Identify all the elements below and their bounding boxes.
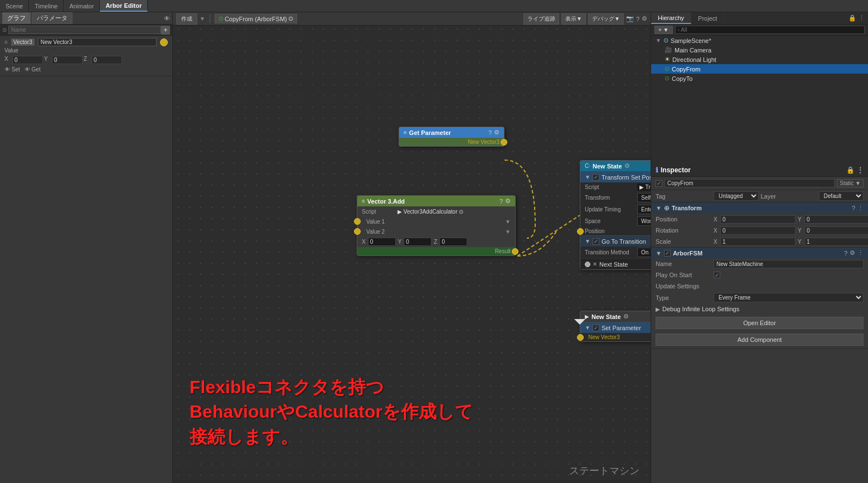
arborfsm-header[interactable]: ▼ ✓ ArborFSM ? ⚙ ⋮ <box>651 248 868 258</box>
hier-search-input[interactable] <box>675 26 865 34</box>
static-badge[interactable]: Static ▼ <box>837 179 864 187</box>
open-editor-button[interactable]: Open Editor <box>656 317 864 329</box>
tree-item-copyfrom[interactable]: ⊙ CopyFrom <box>651 64 868 74</box>
beh1-space-select[interactable]: World <box>637 216 651 226</box>
trans-method-select[interactable]: On State Begin <box>637 248 651 257</box>
transform-header[interactable]: ▼ ⊕ Transform ? ⋮ <box>651 202 868 214</box>
main-layout: グラフ パラメータ 👁 ⊙ + ≡ Vector3 Value X Y <box>0 12 868 483</box>
add-hierarchy-button[interactable]: + ▼ <box>654 26 673 34</box>
tree-item-samplescene[interactable]: ▼ ⊙ SampleScene* <box>651 36 868 45</box>
beh2-expand: ▼ <box>585 325 590 331</box>
pos-y-input[interactable] <box>804 215 868 224</box>
beh1-position-label: Position <box>585 228 635 234</box>
get-set-row: 👁 Set 👁 Get <box>4 65 168 74</box>
tab-parameters[interactable]: パラメータ <box>32 12 72 24</box>
new-state1-node: C· New State ⚙ ▼ ✓ Transform Set Positio… <box>580 160 651 270</box>
tag-select[interactable]: Untagged <box>714 191 759 201</box>
scale-x-input[interactable] <box>720 238 796 246</box>
x-input[interactable] <box>12 56 43 64</box>
add-component-button[interactable]: Add Component <box>656 334 864 346</box>
new-state1-header: C· New State ⚙ <box>580 161 651 171</box>
get-param-gear[interactable]: ⚙ <box>494 129 500 136</box>
tab-project[interactable]: Project <box>691 12 724 24</box>
v3-z-input[interactable] <box>439 238 467 246</box>
next-state-label: Next State <box>599 261 651 268</box>
tab-graph[interactable]: グラフ <box>2 12 31 24</box>
pos-x-input[interactable] <box>720 215 796 224</box>
copyfrom-go-icon: ⊙ <box>665 65 670 73</box>
tab-arbor-editor[interactable]: Arbor Editor <box>100 0 148 12</box>
go-active-checkbox[interactable]: ✓ <box>656 180 662 187</box>
v3-y-input[interactable] <box>404 238 431 246</box>
play-on-start-checkbox[interactable]: ✓ <box>714 272 720 278</box>
v3-x-lbl: X <box>362 239 366 245</box>
transition-header: ▼ ✓ Go To Transition ? ⚙ <box>580 235 651 247</box>
canvas-area[interactable]: 作成 ▼ ⊙ CopyFrom (ArborFSM) ⊙ ライブ追跡 表示▼ デ… <box>173 12 651 483</box>
beh2-checkbox[interactable]: ✓ <box>593 325 599 331</box>
add-param-button[interactable]: + <box>161 26 170 35</box>
trans-checkbox[interactable]: ✓ <box>593 238 599 245</box>
scale-y-input[interactable] <box>804 238 868 246</box>
tab-scene[interactable]: Scene <box>0 0 29 12</box>
get-param-connector-right <box>501 139 507 146</box>
tab-animator[interactable]: Animator <box>64 0 100 12</box>
inspector-title: Inspector <box>661 166 691 174</box>
tree-item-copyto[interactable]: ⊙ CopyTo <box>651 74 868 83</box>
tree-item-directionallight[interactable]: ☀ Directional Light <box>651 55 868 64</box>
pos-y-lbl: Y <box>798 216 803 223</box>
state2-gear[interactable]: ⚙ <box>623 313 629 320</box>
get-param-question[interactable]: ? <box>488 129 492 136</box>
v3-result-row: Result <box>357 247 515 255</box>
vector3add-header: ≡ Vector 3.Add ? ⚙ <box>357 196 515 206</box>
v3-value1-connector <box>354 218 361 225</box>
panel-tab-icons: 🔒 ⋮ <box>845 12 868 24</box>
search-input[interactable] <box>8 26 161 34</box>
fsm-enabled-checkbox[interactable]: ✓ <box>664 250 671 257</box>
v3-gear[interactable]: ⚙ <box>505 197 511 205</box>
y-input[interactable] <box>52 56 83 64</box>
v3-question[interactable]: ? <box>500 198 503 205</box>
beh1-transform-select[interactable]: Self <box>637 193 651 202</box>
layer-select[interactable]: Default <box>819 191 864 201</box>
live-track-button[interactable]: ライブ追跡 <box>523 13 559 25</box>
new-state2-title: New State <box>591 313 621 320</box>
overlay-line1: Flexibleコネクタを持つ <box>190 375 473 400</box>
v3-script-label: Script <box>362 209 395 215</box>
type-row: Type Every Frame <box>651 292 868 303</box>
separator <box>210 15 210 23</box>
set-label: 👁 Set <box>4 66 20 73</box>
x-icon-trans: ✕ <box>593 261 597 267</box>
output-label: New Vector3 <box>468 139 500 145</box>
fsm-name-input[interactable] <box>714 260 864 268</box>
v3-x-input[interactable] <box>368 238 396 246</box>
display-button[interactable]: 表示▼ <box>561 13 586 25</box>
state1-c-icon: C· <box>585 163 590 169</box>
rot-x-input[interactable] <box>720 226 796 235</box>
tag-label: Tag <box>656 193 711 200</box>
beh1-checkbox[interactable]: ✓ <box>593 174 599 181</box>
fsm-question: ? <box>844 250 847 257</box>
create-button[interactable]: 作成 <box>176 13 197 25</box>
pos-y-field: Y <box>798 215 868 224</box>
beh1-transform-row: Transform Self <box>580 192 651 204</box>
tab-timeline[interactable]: Timeline <box>29 0 64 12</box>
v3-value1-row: Value 1 ▼ <box>357 216 515 226</box>
beh1-timing-select[interactable]: Enter <box>637 205 651 214</box>
transform-icon: ⊕ <box>664 204 670 212</box>
state1-gear[interactable]: ⚙ <box>624 162 630 170</box>
panel-tabs: Hierarchy Project 🔒 ⋮ <box>651 12 868 25</box>
fsm-dropdown[interactable]: ⊙ CopyFrom (ArborFSM) ⊙ <box>215 14 297 23</box>
go-name-input[interactable] <box>665 179 835 187</box>
type-select[interactable]: Every Frame <box>714 293 864 302</box>
tab-hierarchy[interactable]: Hierarchy <box>651 12 691 24</box>
tree-item-maincamera[interactable]: 🎥 Main Camera <box>651 45 868 55</box>
param-name-input[interactable] <box>38 38 157 46</box>
trans-expand: ▼ <box>585 238 590 244</box>
debug-button[interactable]: デバッグ▼ <box>588 13 624 25</box>
debug-expand-icon: ▶ <box>656 306 660 312</box>
type-label: Type <box>656 294 711 301</box>
rot-y-input[interactable] <box>804 226 868 235</box>
search-bar: ⊙ + <box>0 25 172 36</box>
position-xyz: X Y Z <box>714 215 868 224</box>
z-input[interactable] <box>91 56 122 64</box>
